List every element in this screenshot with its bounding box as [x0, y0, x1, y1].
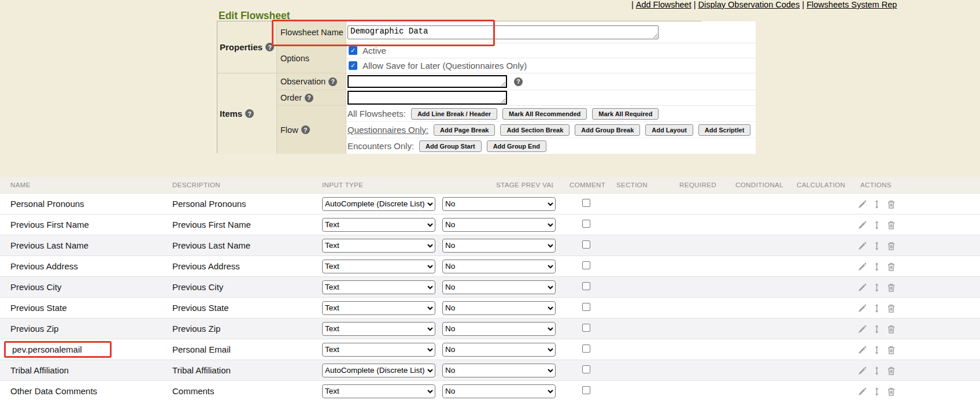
stage-prev-value-select[interactable]: No: [442, 239, 556, 253]
move-icon[interactable]: [872, 387, 882, 397]
input-type-select[interactable]: AutoComplete (Discrete List): [322, 364, 435, 377]
flow-group-label: All Flowsheets:: [347, 109, 406, 118]
edit-icon[interactable]: [857, 199, 867, 209]
order-input[interactable]: [347, 91, 507, 105]
stage-prev-value-select[interactable]: No: [442, 384, 556, 398]
comments-checkbox[interactable]: [582, 365, 590, 373]
move-icon[interactable]: [872, 366, 882, 376]
move-icon[interactable]: [872, 199, 882, 209]
stage-prev-value-cell: No: [432, 194, 553, 214]
comments-checkbox[interactable]: [582, 303, 590, 311]
move-icon[interactable]: [872, 345, 882, 355]
edit-icon[interactable]: [857, 220, 867, 230]
comments-checkbox[interactable]: [582, 220, 590, 228]
edit-icon[interactable]: [857, 324, 867, 334]
comments-checkbox[interactable]: [582, 386, 590, 394]
flow-button[interactable]: Mark All Required: [592, 108, 659, 120]
delete-icon[interactable]: [886, 199, 896, 209]
flow-button[interactable]: Add Line Break / Header: [411, 108, 497, 120]
flow-button[interactable]: Add Group Break: [575, 124, 640, 136]
input-type-select[interactable]: Text: [322, 322, 435, 336]
stage-prev-value-select[interactable]: No: [442, 301, 556, 315]
delete-icon[interactable]: [886, 283, 896, 292]
help-icon[interactable]: ?: [245, 109, 254, 118]
input-type-select[interactable]: Text: [322, 301, 435, 315]
input-type-select[interactable]: Text: [322, 384, 435, 398]
help-icon[interactable]: ?: [514, 77, 523, 86]
stage-prev-value-select[interactable]: No: [442, 197, 556, 211]
properties-section-header: Properties ?: [217, 21, 277, 73]
help-icon[interactable]: ?: [328, 77, 337, 86]
comments-checkbox[interactable]: [582, 261, 590, 269]
delete-icon[interactable]: [886, 241, 896, 251]
delete-icon[interactable]: [886, 303, 896, 313]
help-icon[interactable]: ?: [265, 43, 274, 51]
input-type-select[interactable]: Text: [322, 260, 435, 273]
comments-checkbox[interactable]: [582, 324, 590, 332]
delete-icon[interactable]: [886, 324, 896, 334]
edit-icon[interactable]: [857, 241, 867, 251]
top-nav-link[interactable]: Add Flowsheet: [636, 0, 691, 9]
edit-icon[interactable]: [857, 283, 867, 292]
stage-prev-value-select[interactable]: No: [442, 343, 556, 357]
input-type-select[interactable]: Text: [322, 218, 435, 232]
edit-icon[interactable]: [857, 345, 867, 355]
input-type-cell: Text: [312, 298, 432, 318]
top-nav-link[interactable]: Flowsheets System Rep: [807, 0, 897, 9]
flow-button[interactable]: Add Group Start: [419, 140, 482, 152]
delete-icon[interactable]: [886, 262, 896, 272]
delete-icon[interactable]: [886, 220, 896, 230]
flowsheet-name-input[interactable]: Demographic Data: [347, 25, 659, 39]
comments-cell: [553, 318, 605, 339]
calculation-cell: [787, 298, 851, 318]
stage-prev-value-select[interactable]: No: [442, 280, 556, 294]
option-row: ✓Active: [346, 43, 756, 58]
help-icon[interactable]: ?: [301, 125, 310, 134]
comments-checkbox[interactable]: [582, 199, 590, 207]
edit-icon[interactable]: [857, 303, 867, 313]
stage-prev-value-select[interactable]: No: [442, 260, 556, 273]
delete-icon[interactable]: [886, 345, 896, 355]
stage-prev-value-select[interactable]: No: [442, 218, 556, 232]
flow-button[interactable]: Add Layout: [645, 124, 693, 136]
move-icon[interactable]: [872, 241, 882, 251]
move-icon[interactable]: [872, 324, 882, 334]
input-type-cell: Text: [312, 318, 432, 339]
delete-icon[interactable]: [886, 366, 896, 376]
option-checkbox[interactable]: ✓: [349, 61, 357, 70]
edit-icon[interactable]: [857, 387, 867, 397]
required-cell: [666, 298, 727, 318]
move-icon[interactable]: [872, 220, 882, 230]
item-name: Tribal Affiliation: [10, 365, 69, 375]
help-icon[interactable]: ?: [305, 94, 313, 102]
flow-button[interactable]: Add Scriptlet: [698, 124, 750, 136]
flow-button[interactable]: Add Page Break: [434, 124, 495, 136]
stage-prev-value-select[interactable]: No: [442, 322, 556, 336]
input-type-select[interactable]: Text: [322, 280, 435, 294]
flow-button[interactable]: Add Section Break: [500, 124, 569, 136]
move-icon[interactable]: [872, 303, 882, 313]
option-label: Active: [363, 46, 386, 55]
flow-button[interactable]: Mark All Recommended: [502, 108, 587, 120]
move-icon[interactable]: [872, 283, 882, 292]
option-checkbox[interactable]: ✓: [349, 46, 357, 55]
move-icon[interactable]: [872, 262, 882, 272]
delete-icon[interactable]: [886, 387, 896, 397]
page: |Add Flowsheet|Display Observation Codes…: [0, 0, 980, 400]
top-nav-link[interactable]: Display Observation Codes: [698, 0, 800, 9]
input-type-select[interactable]: Text: [322, 343, 435, 357]
observation-input[interactable]: [347, 75, 507, 88]
input-type-select[interactable]: Text: [322, 239, 435, 253]
calculation-cell: [787, 214, 851, 235]
actions-cell: [851, 277, 906, 298]
edit-icon[interactable]: [857, 366, 867, 376]
comments-checkbox[interactable]: [582, 345, 590, 353]
comments-checkbox[interactable]: [582, 282, 590, 290]
input-type-select[interactable]: AutoComplete (Discrete List): [322, 197, 435, 211]
flow-button[interactable]: Add Group End: [487, 140, 546, 152]
comments-checkbox[interactable]: [582, 240, 590, 249]
item-description: Previous Last Name: [162, 235, 312, 256]
stage-prev-value-select[interactable]: No: [442, 364, 556, 377]
edit-icon[interactable]: [857, 262, 867, 272]
order-row: [346, 90, 756, 106]
